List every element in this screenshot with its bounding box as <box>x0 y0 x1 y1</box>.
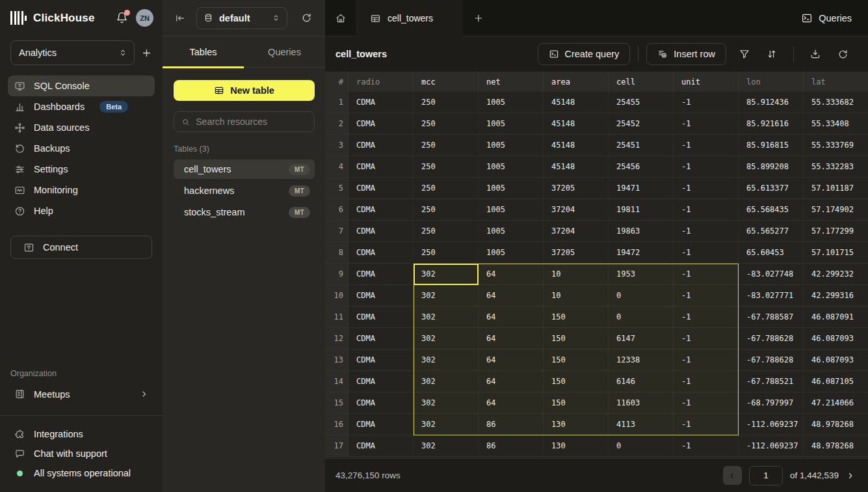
prev-page-button[interactable] <box>723 466 742 485</box>
cell-area[interactable]: 37205 <box>544 242 609 263</box>
collapse-panel-button[interactable] <box>174 12 186 24</box>
export-button[interactable] <box>805 44 826 64</box>
sidebar-item-sql-console[interactable]: SQL Console <box>8 75 155 96</box>
cell-mcc[interactable]: 302 <box>414 435 479 456</box>
cell-lon[interactable]: -67.788628 <box>739 328 804 349</box>
column-header-num[interactable]: # <box>325 72 349 92</box>
cell-unit[interactable]: -1 <box>674 349 739 370</box>
cell-radio[interactable]: CDMA <box>349 285 414 306</box>
cell-mcc[interactable]: 302 <box>414 307 479 327</box>
table-list-item-cell-towers[interactable]: cell_towers MT <box>174 159 315 179</box>
cell-unit[interactable]: -1 <box>674 242 739 263</box>
cell-radio[interactable]: CDMA <box>349 178 414 198</box>
cell-unit[interactable]: -1 <box>674 135 739 156</box>
cell-cell[interactable]: 4113 <box>609 414 674 435</box>
column-header-mcc[interactable]: mcc <box>414 72 479 92</box>
cell-lat[interactable]: 46.087091 <box>804 307 868 327</box>
cell-area[interactable]: 150 <box>544 349 609 370</box>
cell-radio[interactable]: CDMA <box>349 328 414 349</box>
cell-lon[interactable]: 85.921616 <box>739 113 804 134</box>
cell-lon[interactable]: -68.797997 <box>739 392 804 413</box>
cell-radio[interactable]: CDMA <box>349 349 414 370</box>
column-header-radio[interactable]: radio <box>349 72 414 92</box>
sidebar-item-help[interactable]: Help <box>8 200 155 221</box>
cell-area[interactable]: 150 <box>544 392 609 413</box>
cell-cell[interactable]: 19472 <box>609 242 674 263</box>
cell-mcc[interactable]: 302 <box>414 371 479 392</box>
cell-lat[interactable]: 48.978268 <box>804 435 868 456</box>
cell-lat[interactable]: 57.101187 <box>804 178 868 198</box>
cell-lon[interactable]: -67.788628 <box>739 349 804 370</box>
cell-cell[interactable]: 19863 <box>609 221 674 241</box>
cell-net[interactable]: 64 <box>479 371 544 392</box>
row-number[interactable]: 13 <box>325 349 349 370</box>
cell-unit[interactable]: -1 <box>674 285 739 306</box>
cell-unit[interactable]: -1 <box>674 199 739 220</box>
cell-lat[interactable]: 42.299232 <box>804 264 868 284</box>
cell-unit[interactable]: -1 <box>674 113 739 134</box>
home-tab[interactable] <box>325 0 356 36</box>
sidebar-item-dashboards[interactable]: Dashboards Beta <box>8 96 155 117</box>
cell-lon[interactable]: 85.912436 <box>739 92 804 113</box>
cell-unit[interactable]: -1 <box>674 92 739 113</box>
cell-lat[interactable]: 47.214066 <box>804 392 868 413</box>
add-workspace-button[interactable] <box>141 48 152 59</box>
cell-cell[interactable]: 6146 <box>609 371 674 392</box>
cell-lat[interactable]: 57.101715 <box>804 242 868 263</box>
cell-area[interactable]: 45148 <box>544 113 609 134</box>
cell-lon[interactable]: 85.899208 <box>739 156 804 177</box>
cell-area[interactable]: 150 <box>544 328 609 349</box>
column-header-unit[interactable]: unit <box>674 72 739 92</box>
cell-mcc[interactable]: 302 <box>414 264 479 284</box>
column-header-lat[interactable]: lat <box>804 72 868 92</box>
cell-mcc[interactable]: 250 <box>414 199 479 220</box>
column-header-area[interactable]: area <box>544 72 609 92</box>
cell-area[interactable]: 130 <box>544 435 609 456</box>
cell-net[interactable]: 1005 <box>479 156 544 177</box>
row-number[interactable]: 17 <box>325 435 349 456</box>
row-number[interactable]: 10 <box>325 285 349 306</box>
column-header-cell[interactable]: cell <box>609 72 674 92</box>
cell-lon[interactable]: 65.568435 <box>739 199 804 220</box>
cell-cell[interactable]: 11603 <box>609 392 674 413</box>
cell-cell[interactable]: 0 <box>609 435 674 456</box>
cell-net[interactable]: 64 <box>479 392 544 413</box>
cell-unit[interactable]: -1 <box>674 392 739 413</box>
cell-radio[interactable]: CDMA <box>349 392 414 413</box>
cell-radio[interactable]: CDMA <box>349 414 414 435</box>
tab-queries[interactable]: Queries <box>244 36 325 67</box>
cell-radio[interactable]: CDMA <box>349 135 414 156</box>
row-number[interactable]: 7 <box>325 221 349 241</box>
cell-net[interactable]: 1005 <box>479 135 544 156</box>
cell-lon[interactable]: 85.916815 <box>739 135 804 156</box>
cell-radio[interactable]: CDMA <box>349 435 414 456</box>
cell-area[interactable]: 37204 <box>544 199 609 220</box>
create-query-button[interactable]: Create query <box>538 43 631 65</box>
tab-tables[interactable]: Tables <box>163 36 244 67</box>
row-number[interactable]: 11 <box>325 307 349 327</box>
next-page-button[interactable] <box>846 471 855 480</box>
workspace-select[interactable]: Analytics <box>10 40 135 65</box>
cell-radio[interactable]: CDMA <box>349 221 414 241</box>
cell-mcc[interactable]: 302 <box>414 414 479 435</box>
row-number[interactable]: 12 <box>325 328 349 349</box>
queries-button[interactable]: Queries <box>801 12 852 24</box>
cell-area[interactable]: 10 <box>544 285 609 306</box>
search-input[interactable] <box>196 116 307 127</box>
cell-unit[interactable]: -1 <box>674 435 739 456</box>
sidebar-item-integrations[interactable]: Integrations <box>0 424 163 444</box>
cell-net[interactable]: 64 <box>479 264 544 284</box>
cell-mcc[interactable]: 250 <box>414 113 479 134</box>
cell-cell[interactable]: 0 <box>609 307 674 327</box>
cell-lon[interactable]: 65.613377 <box>739 178 804 198</box>
cell-net[interactable]: 64 <box>479 307 544 327</box>
sidebar-item-chat-support[interactable]: Chat with support <box>0 444 163 463</box>
avatar[interactable]: ZN <box>136 9 153 27</box>
system-status[interactable]: All systems operational <box>0 463 163 483</box>
sidebar-item-backups[interactable]: Backups <box>8 138 155 159</box>
cell-cell[interactable]: 25455 <box>609 92 674 113</box>
cell-net[interactable]: 1005 <box>479 221 544 241</box>
row-number[interactable]: 15 <box>325 392 349 413</box>
cell-mcc[interactable]: 302 <box>414 328 479 349</box>
cell-area[interactable]: 130 <box>544 414 609 435</box>
